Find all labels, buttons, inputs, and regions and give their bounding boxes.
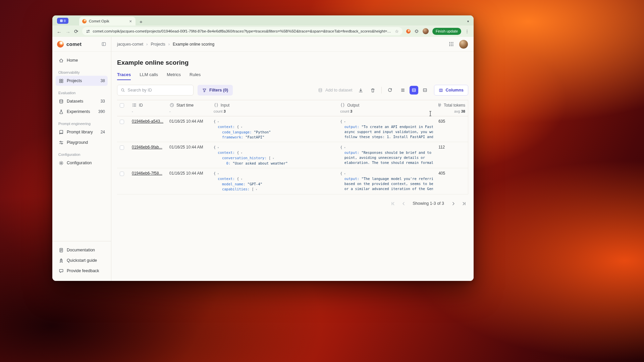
forward-icon[interactable]: →	[65, 29, 70, 34]
column-label: Total tokens	[444, 103, 465, 108]
sidebar-item-label: Projects	[67, 78, 98, 83]
sidebar-item-documentation[interactable]: Documentation	[56, 245, 108, 255]
database-icon	[318, 88, 323, 93]
row-checkbox[interactable]	[120, 145, 124, 150]
trash-icon[interactable]	[369, 86, 377, 94]
column-header-id[interactable]: ID-	[129, 103, 167, 113]
count-badge: 33	[101, 99, 105, 104]
window-controls-chip[interactable]	[57, 18, 68, 24]
sidebar-item-prompt-library[interactable]: Prompt library24	[56, 127, 108, 137]
sidebar-item-quickstart-guide[interactable]: Quickstart guide	[56, 255, 108, 265]
next-page-icon[interactable]	[449, 199, 458, 208]
tab-traces[interactable]: Traces	[117, 72, 131, 80]
select-all-checkbox[interactable]	[120, 103, 124, 108]
refresh-icon[interactable]	[386, 86, 394, 94]
search-icon	[121, 88, 125, 93]
filters-button[interactable]: Filters (0)	[198, 85, 233, 96]
browser-menu-icon[interactable]: ⋮	[465, 29, 469, 34]
sidebar-item-label: Configuration	[67, 161, 105, 165]
search-box[interactable]	[117, 85, 194, 96]
tab-close-icon[interactable]: ×	[128, 19, 132, 23]
trace-id-link[interactable]: 01946eb6-7f58...	[132, 171, 162, 176]
user-avatar[interactable]	[459, 40, 468, 49]
column-header-output[interactable]: Outputcount 3	[337, 103, 436, 113]
prev-page-icon[interactable]	[399, 199, 408, 208]
site-settings-icon[interactable]	[86, 29, 90, 34]
last-page-icon[interactable]	[460, 199, 468, 208]
trace-id-link[interactable]: 01946eb6-a543...	[132, 119, 163, 124]
row-checkbox[interactable]	[120, 120, 124, 124]
browser-tab[interactable]: Comet Opik ×	[79, 17, 136, 25]
tab-metrics[interactable]: Metrics	[167, 72, 181, 80]
new-tab-button[interactable]: +	[140, 19, 143, 24]
trace-id-link[interactable]: 01946eb6-9fab...	[132, 145, 162, 149]
project-page: Example online scoring Traces LLM calls …	[111, 52, 474, 281]
density-small-button[interactable]	[398, 86, 407, 95]
sidebar: comet Home ObservabilityProjects38Evalua…	[52, 37, 111, 281]
columns-button[interactable]: Columns	[434, 85, 468, 96]
add-to-dataset-button[interactable]: Add to dataset	[318, 88, 353, 93]
input-json-cell: { ▾ context: { ▾ code_language: "Python"…	[211, 119, 337, 140]
home-icon	[58, 58, 64, 63]
apps-grid-icon[interactable]	[449, 42, 454, 47]
first-page-icon[interactable]	[388, 199, 397, 208]
tab-list-chevron-icon[interactable]: ▾	[467, 19, 469, 23]
bookmark-star-icon[interactable]: ☆	[395, 29, 399, 34]
column-header-total-tokens[interactable]: Total tokensavg 38	[436, 103, 468, 113]
columns-icon	[439, 88, 443, 93]
table-row[interactable]: 01946eb6-9fab...01/16/25 10:44 AM{ ▾ con…	[117, 142, 468, 168]
rocket-icon	[58, 258, 64, 263]
tab-llm-calls[interactable]: LLM calls	[140, 72, 158, 80]
row-density-toggle	[398, 86, 429, 95]
topbar-actions	[449, 40, 468, 49]
sidebar-item-projects[interactable]: Projects38	[56, 76, 108, 86]
browser-toolbar: ← → ⟳ comet.com/opik/jacques-comet/proje…	[52, 25, 474, 37]
count-badge: 390	[98, 109, 105, 114]
search-input[interactable]	[128, 88, 190, 93]
column-header-input[interactable]: Inputcount 3	[211, 103, 338, 113]
row-checkbox[interactable]	[120, 172, 124, 176]
back-icon[interactable]: ←	[57, 29, 62, 34]
comet-logo-icon	[57, 41, 64, 48]
main-panel: jacques-comet › Projects › Example onlin…	[111, 37, 474, 281]
column-label: Start time	[176, 103, 194, 108]
column-label: Output	[347, 103, 359, 108]
table-body: 01946eb6-a543...01/16/25 10:44 AM{ ▾ con…	[117, 116, 468, 194]
page-title: Example online scoring	[117, 59, 468, 66]
density-medium-button[interactable]	[410, 86, 418, 95]
url-bar[interactable]: comet.com/opik/jacques-comet/projects/01…	[82, 27, 402, 35]
sidebar-item-datasets[interactable]: Datasets33	[56, 96, 108, 106]
download-icon[interactable]	[357, 86, 365, 94]
sidebar-item-configuration[interactable]: Configuration	[56, 158, 108, 168]
breadcrumb-projects[interactable]: Projects	[151, 42, 165, 47]
id-cell: 01946eb6-7f58...	[129, 171, 167, 176]
sidebar-collapse-icon[interactable]	[101, 42, 106, 47]
density-large-button[interactable]	[421, 86, 429, 95]
sidebar-item-label: Documentation	[67, 248, 105, 252]
clock-icon	[169, 103, 174, 108]
sidebar-item-provide-feedback[interactable]: Provide feedback	[56, 266, 108, 276]
sidebar-primary: Home	[56, 55, 108, 65]
column-subheader: -	[132, 109, 164, 113]
column-header-select[interactable]	[117, 103, 129, 109]
sidebar-item-experiments[interactable]: Experiments390	[56, 107, 108, 117]
column-subheader: count 3	[214, 109, 335, 113]
browser-profile-avatar[interactable]	[423, 28, 429, 34]
reload-icon[interactable]: ⟳	[74, 29, 78, 34]
traces-table: ID-Start time-Inputcount 3Outputcount 3T…	[117, 100, 468, 194]
table-row[interactable]: 01946eb6-a543...01/16/25 10:44 AM{ ▾ con…	[117, 116, 468, 142]
sidebar-item-playground[interactable]: Playground	[56, 137, 108, 147]
sidebar-item-home[interactable]: Home	[56, 55, 108, 65]
gear-icon	[58, 161, 64, 166]
breadcrumb-workspace[interactable]: jacques-comet	[117, 42, 143, 47]
book-icon	[58, 130, 64, 135]
column-header-start-time[interactable]: Start time-	[167, 103, 211, 113]
table-row[interactable]: 01946eb6-7f58...01/16/25 10:44 AM{ ▾ con…	[117, 168, 468, 194]
extensions-puzzle-icon[interactable]	[414, 29, 419, 34]
tab-rules[interactable]: Rules	[190, 72, 201, 80]
sidebar-section-title: Evaluation	[58, 91, 105, 95]
finish-update-button[interactable]: Finish update	[432, 28, 461, 35]
funnel-icon	[202, 88, 207, 93]
extension-comet-icon[interactable]	[406, 29, 411, 34]
sidebar-item-label: Provide feedback	[67, 268, 105, 273]
